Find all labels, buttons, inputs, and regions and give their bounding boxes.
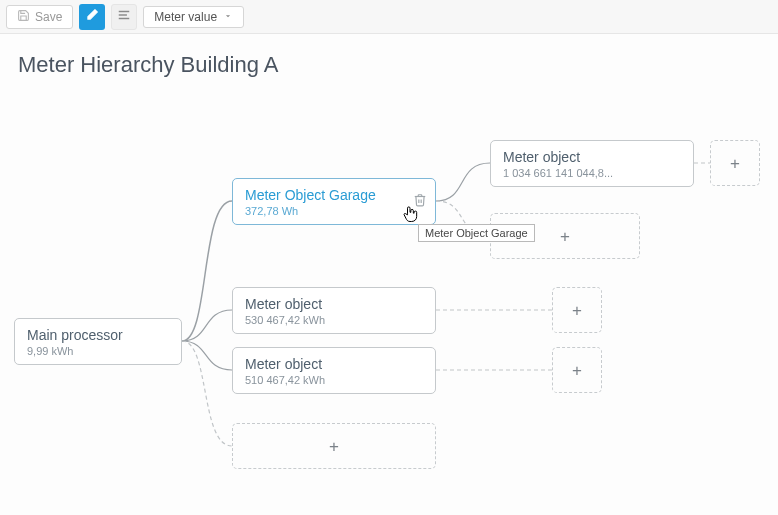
node-value: 372,78 Wh <box>245 205 423 217</box>
node-title: Meter object <box>245 356 423 372</box>
plus-icon: + <box>572 302 582 319</box>
delete-node-button[interactable] <box>413 193 427 211</box>
node-value: 1 034 661 141 044,8... <box>503 167 681 179</box>
node-meter-2[interactable]: Meter object 510 467,42 kWh <box>232 347 436 394</box>
save-label: Save <box>35 10 62 24</box>
add-child-slot-root[interactable]: + <box>232 423 436 469</box>
add-child-slot-meter3[interactable]: + <box>710 140 760 186</box>
node-value: 9,99 kWh <box>27 345 169 357</box>
node-title: Meter object <box>503 149 681 165</box>
plus-icon: + <box>329 438 339 455</box>
node-value: 530 467,42 kWh <box>245 314 423 326</box>
tooltip: Meter Object Garage <box>418 224 535 242</box>
add-child-slot-meter2[interactable]: + <box>552 347 602 393</box>
add-child-slot-meter1[interactable]: + <box>552 287 602 333</box>
save-icon <box>17 9 30 25</box>
lines-icon <box>117 8 131 26</box>
node-title: Meter object <box>245 296 423 312</box>
value-mode-dropdown[interactable]: Meter value <box>143 6 244 28</box>
node-title: Meter Object Garage <box>245 187 423 203</box>
pencil-icon <box>85 8 99 26</box>
dropdown-label: Meter value <box>154 10 217 24</box>
save-button[interactable]: Save <box>6 5 73 29</box>
plus-icon: + <box>560 228 570 245</box>
node-meter-3[interactable]: Meter object 1 034 661 141 044,8... <box>490 140 694 187</box>
toolbar: Save Meter value <box>0 0 778 34</box>
node-main-processor[interactable]: Main processor 9,99 kWh <box>14 318 182 365</box>
edit-button[interactable] <box>79 4 105 30</box>
plus-icon: + <box>730 155 740 172</box>
plus-icon: + <box>572 362 582 379</box>
page-title: Meter Hierarchy Building A <box>0 34 778 88</box>
collapse-button[interactable] <box>111 4 137 30</box>
hierarchy-canvas: Main processor 9,99 kWh Meter Object Gar… <box>0 88 778 508</box>
trash-icon <box>413 193 427 210</box>
node-value: 510 467,42 kWh <box>245 374 423 386</box>
node-meter-1[interactable]: Meter object 530 467,42 kWh <box>232 287 436 334</box>
node-title: Main processor <box>27 327 169 343</box>
chevron-down-icon <box>223 10 233 24</box>
node-garage[interactable]: Meter Object Garage 372,78 Wh <box>232 178 436 225</box>
